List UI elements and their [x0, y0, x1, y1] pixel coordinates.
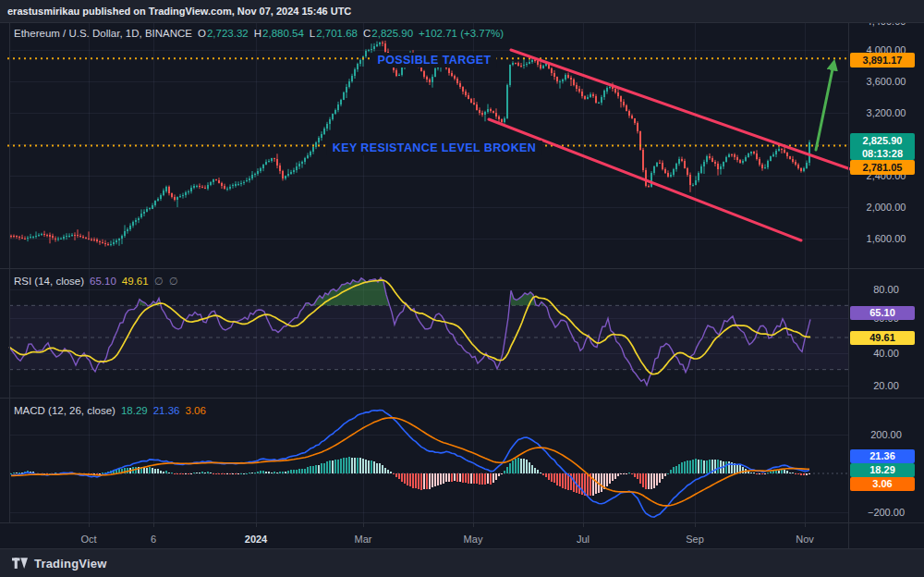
macd-hist-axis-label: 18.29	[850, 463, 915, 477]
axis-tick: 1,600.00	[848, 233, 924, 244]
attribution-text: erastusmirikau published on TradingView.…	[7, 6, 351, 17]
axis-tick: 3,600.00	[848, 76, 924, 87]
rsi-ma-axis-label: 49.61	[850, 331, 915, 345]
time-axis-label: Mar	[355, 534, 372, 545]
tradingview-published-chart: POSSIBLE TARGET KEY RESISTANCE LEVEL BRO…	[0, 0, 924, 577]
axis-tick: 80.00	[848, 284, 924, 295]
last-price: 2,825.90	[850, 134, 915, 147]
time-axis-label: Jul	[577, 534, 590, 545]
price-label-resistance: 2,781.05	[850, 160, 915, 175]
axis-tick: 40.00	[848, 348, 924, 359]
time-axis-label: Oct	[80, 534, 96, 545]
axis-tick: 20.00	[848, 380, 924, 391]
time-scale[interactable]: Oct62024MarMayJulSepNov	[0, 0, 848, 548]
bar-countdown: 08:13:28	[850, 147, 915, 160]
footer-bar: TradingView	[0, 548, 924, 577]
time-axis-label: Sep	[686, 534, 704, 545]
axis-tick: 2,000.00	[848, 202, 924, 213]
axis-tick: −200.00	[848, 507, 924, 518]
time-axis-label: May	[464, 534, 483, 545]
axis-tick: 200.00	[848, 429, 924, 440]
time-axis-label: Nov	[796, 534, 814, 545]
price-label-target: 3,891.17	[850, 53, 915, 68]
rsi-axis-label: 65.10	[850, 306, 915, 320]
axis-tick: 3,200.00	[848, 107, 924, 118]
time-axis-label: 2024	[245, 534, 267, 545]
tradingview-wordmark[interactable]: TradingView	[34, 557, 107, 571]
tradingview-logo-icon[interactable]	[12, 557, 28, 571]
macd-axis-label: 21.36	[850, 449, 915, 463]
price-label-last: 2,825.90 08:13:28	[850, 133, 915, 160]
time-axis-label: 6	[151, 534, 156, 545]
macd-signal-axis-label: 3.06	[850, 477, 915, 491]
attribution-bar: erastusmirikau published on TradingView.…	[0, 0, 924, 23]
